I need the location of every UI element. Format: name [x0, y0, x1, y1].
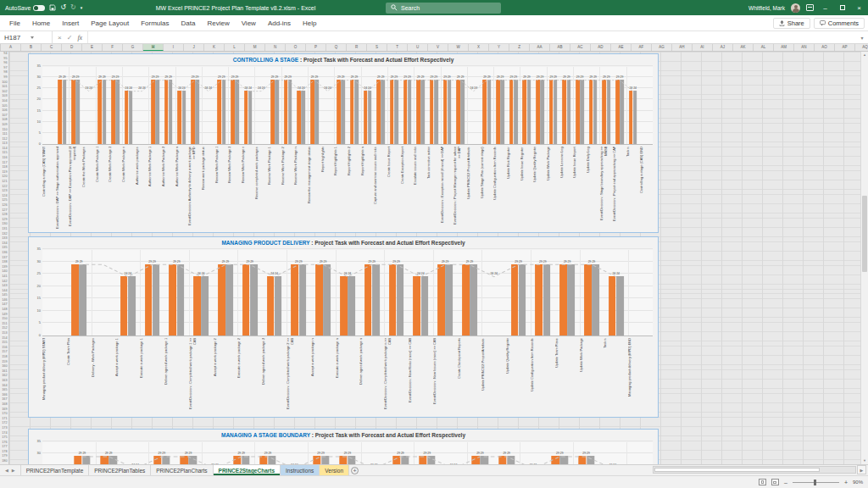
ribbon-tab-review[interactable]: Review	[201, 15, 235, 31]
ribbon-tab-insert[interactable]: Insert	[56, 15, 85, 31]
column-header-l[interactable]: L	[225, 44, 245, 51]
ribbon-display-options-icon[interactable]	[806, 4, 814, 11]
ribbon-tab-help[interactable]: Help	[297, 15, 322, 31]
new-sheet-button[interactable]: +	[349, 465, 360, 475]
vertical-scrollbar[interactable]: ▲ ▼	[860, 52, 868, 464]
column-header-am[interactable]: AM	[774, 44, 794, 51]
column-header-ao[interactable]: AO	[815, 44, 835, 51]
sheet-nav-left-icon[interactable]: ◀	[5, 468, 8, 473]
column-header-e[interactable]: E	[82, 44, 103, 51]
column-header-j[interactable]: J	[184, 44, 204, 51]
column-header-n[interactable]: N	[265, 44, 286, 51]
ribbon-tab-data[interactable]: Data	[175, 15, 202, 31]
qat-customize-icon[interactable]: ▾	[81, 4, 83, 11]
column-header-ap[interactable]: AP	[835, 44, 855, 51]
column-header-f[interactable]: F	[103, 44, 123, 51]
scroll-up-icon[interactable]: ▲	[861, 52, 868, 58]
column-header-r[interactable]: R	[347, 44, 367, 51]
scroll-down-icon[interactable]: ▼	[861, 458, 868, 464]
save-icon[interactable]	[49, 4, 56, 11]
ribbon-tab-page-layout[interactable]: Page Layout	[85, 15, 135, 31]
ribbon-tab-file[interactable]: File	[3, 15, 26, 31]
column-header-ah[interactable]: AH	[672, 44, 693, 51]
sheet-nav-right-icon[interactable]: ▶	[12, 468, 15, 473]
spreadsheet-grid[interactable]: 9495969798991001011021031041051061071081…	[0, 52, 868, 464]
autosave-toggle[interactable]: AutoSave	[5, 5, 45, 11]
sheet-tab-prince2plantables[interactable]: PRINCE2PlanTables	[89, 465, 151, 475]
column-header-af[interactable]: AF	[632, 44, 652, 51]
column-header-an[interactable]: AN	[794, 44, 815, 51]
column-header-u[interactable]: U	[408, 44, 428, 51]
column-header-g[interactable]: G	[123, 44, 143, 51]
ribbon-tab-view[interactable]: View	[236, 15, 262, 31]
row-header-180[interactable]: 180	[0, 459, 8, 464]
enter-icon[interactable]: ✓	[67, 34, 73, 42]
column-header-d[interactable]: D	[62, 44, 82, 51]
undo-icon[interactable]: ↺	[60, 4, 66, 11]
sheet-tab-prince2stagecharts[interactable]: PRINCE2StageCharts	[214, 465, 281, 475]
sheet-tab-prince2plancharts[interactable]: PRINCE2PlanCharts	[151, 465, 213, 475]
close-icon[interactable]: ×	[854, 0, 865, 15]
name-box[interactable]: H187	[0, 31, 53, 43]
column-header-q[interactable]: Q	[326, 44, 347, 51]
column-header-ai[interactable]: AI	[693, 44, 713, 51]
comments-button[interactable]: Comments	[814, 18, 865, 29]
formula-input[interactable]	[88, 31, 856, 43]
formula-bar-expand-icon[interactable]: ▾	[856, 31, 868, 43]
column-header-ag[interactable]: AG	[652, 44, 672, 51]
column-header-x[interactable]: X	[469, 44, 489, 51]
zoom-out-icon[interactable]: –	[784, 480, 787, 485]
column-header-aq[interactable]: AQ	[855, 44, 868, 51]
column-header-w[interactable]: W	[448, 44, 469, 51]
column-header-k[interactable]: K	[204, 44, 225, 51]
column-header-t[interactable]: T	[387, 44, 408, 51]
column-header-aa[interactable]: AA	[530, 44, 550, 51]
select-all-corner[interactable]	[0, 44, 1, 51]
chart-controlling-a-stage[interactable]: CONTROLLING A STAGE : Project Task with …	[28, 53, 659, 233]
column-header-h[interactable]: H	[143, 44, 164, 51]
column-header-b[interactable]: B	[21, 44, 42, 51]
column-header-ac[interactable]: AC	[570, 44, 591, 51]
horizontal-scroll-thumb[interactable]	[654, 468, 820, 472]
minimize-icon[interactable]: –	[820, 0, 831, 15]
zoom-in-icon[interactable]: +	[844, 480, 848, 485]
column-header-ae[interactable]: AE	[611, 44, 632, 51]
column-header-o[interactable]: O	[286, 44, 306, 51]
column-header-al[interactable]: AL	[754, 44, 774, 51]
name-box-dropdown-icon[interactable]	[31, 36, 34, 39]
column-header-ad[interactable]: AD	[591, 44, 611, 51]
restore-icon[interactable]	[837, 0, 848, 15]
cancel-icon[interactable]: ×	[58, 34, 62, 42]
chart-managing-product-delivery[interactable]: MANAGING PRODUCT DELIVERY : Project Task…	[28, 236, 659, 418]
vertical-scroll-thumb[interactable]	[862, 196, 867, 272]
share-button[interactable]: Share	[773, 18, 810, 29]
chart-managing-a-stage-boundary[interactable]: MANAGING A STAGE BOUNDARY : Project Task…	[28, 429, 659, 464]
sheet-tab-version[interactable]: Version	[320, 465, 349, 475]
zoom-slider-thumb[interactable]	[814, 480, 816, 485]
horizontal-scrollbar[interactable]	[653, 466, 856, 474]
user-avatar[interactable]	[791, 3, 800, 13]
column-header-ab[interactable]: AB	[550, 44, 570, 51]
column-header-s[interactable]: S	[367, 44, 387, 51]
ribbon-tab-add-ins[interactable]: Add-ins	[262, 15, 297, 31]
sheet-tab-prince2plantemplate[interactable]: PRINCE2PlanTemplate	[20, 465, 90, 475]
sheet-tab-instructions[interactable]: Instructions	[281, 465, 320, 475]
scroll-right-icon[interactable]: ▶	[857, 465, 866, 474]
column-header-c[interactable]: C	[42, 44, 62, 51]
page-layout-view-icon[interactable]	[759, 479, 766, 485]
ribbon-tab-home[interactable]: Home	[26, 15, 56, 31]
column-header-p[interactable]: P	[306, 44, 326, 51]
column-header-y[interactable]: Y	[489, 44, 509, 51]
column-header-z[interactable]: Z	[509, 44, 530, 51]
zoom-slider[interactable]	[793, 482, 839, 483]
column-header-ak[interactable]: AK	[733, 44, 754, 51]
redo-icon[interactable]: ↻	[70, 4, 76, 11]
column-header-aj[interactable]: AJ	[713, 44, 733, 51]
column-header-m[interactable]: M	[245, 44, 265, 51]
column-header-a[interactable]: A	[1, 44, 21, 51]
column-header-v[interactable]: V	[428, 44, 448, 51]
page-break-view-icon[interactable]	[771, 479, 779, 485]
search-box[interactable]: Search	[386, 3, 501, 14]
insert-function-icon[interactable]: fx	[77, 34, 82, 42]
ribbon-tab-formulas[interactable]: Formulas	[135, 15, 175, 31]
